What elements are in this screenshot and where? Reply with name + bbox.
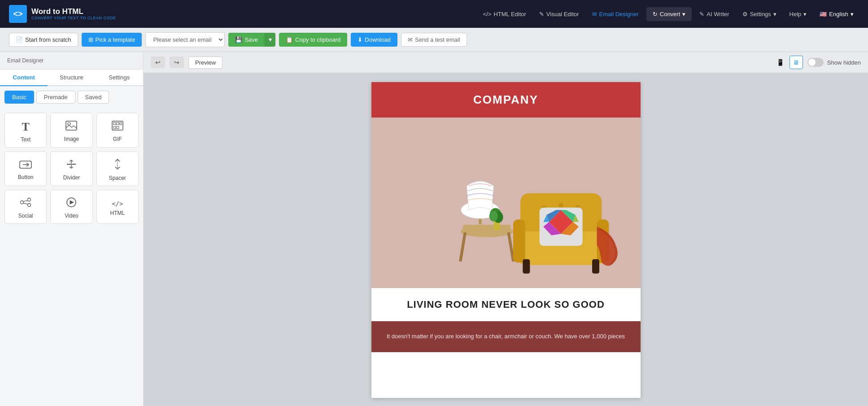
svg-point-16 <box>28 204 31 207</box>
content-item-divider[interactable]: Divider <box>50 151 92 186</box>
subtab-saved[interactable]: Saved <box>78 91 109 104</box>
email-canvas: COMPANY <box>371 82 641 398</box>
svg-rect-5 <box>120 122 122 125</box>
divider-icon <box>65 159 77 172</box>
gif-icon <box>112 121 123 133</box>
svg-rect-3 <box>113 122 116 125</box>
logo-text: Word to HTML CONVERT YOUR TEXT TO CLEAN … <box>31 8 116 21</box>
chevron-down-icon: ▾ <box>682 11 685 17</box>
email-image-section <box>371 118 641 288</box>
content-sub-tabs: Basic Premade Saved <box>0 86 143 108</box>
show-hidden-toggle: Show hidden <box>807 58 861 67</box>
save-button[interactable]: 💾 Save <box>228 33 265 47</box>
download-button[interactable]: ⬇ Download <box>351 33 397 47</box>
top-navigation: <> Word to HTML CONVERT YOUR TEXT TO CLE… <box>0 0 868 28</box>
template-icon: ⊞ <box>88 36 93 43</box>
toggle-switch[interactable] <box>807 58 824 67</box>
save-dropdown-button[interactable]: ▾ <box>265 33 275 47</box>
preview-button[interactable]: Preview <box>188 57 222 69</box>
content-item-gif[interactable]: GIF <box>96 113 139 148</box>
email-select[interactable]: Please select an email <box>145 32 225 47</box>
send-test-email-button[interactable]: ✉ Send a test email <box>401 33 467 47</box>
nav-settings[interactable]: ⚙ Settings ▾ <box>737 7 782 21</box>
logo[interactable]: <> Word to HTML CONVERT YOUR TEXT TO CLE… <box>9 5 116 23</box>
svg-rect-36 <box>523 259 530 274</box>
nav-html-editor[interactable]: </> HTML Editor <box>478 7 532 21</box>
tab-content[interactable]: Content <box>0 70 48 86</box>
nav-language[interactable]: 🇺🇸 English ▾ <box>814 7 859 21</box>
save-group: 💾 Save ▾ <box>228 33 275 47</box>
nav-ai-writer[interactable]: ✎ AI Writer <box>694 7 734 21</box>
canvas-toolbar: ↩ ↪ Preview 📱 🖥 Show hidden <box>144 52 868 73</box>
nav-visual-editor[interactable]: ✎ Visual Editor <box>534 7 584 21</box>
subtab-basic[interactable]: Basic <box>4 91 34 104</box>
nav-email-designer[interactable]: ✉ Email Designer <box>587 7 644 21</box>
file-icon: 📄 <box>16 36 23 43</box>
gear-icon: ⚙ <box>742 11 748 17</box>
save-icon: 💾 <box>235 36 242 43</box>
spacer-icon <box>112 159 123 172</box>
canvas-area: ↩ ↪ Preview 📱 🖥 Show hidden COMPANY <box>144 52 868 406</box>
content-item-text[interactable]: T Text <box>4 113 47 148</box>
nav-links: </> HTML Editor ✎ Visual Editor ✉ Email … <box>478 7 859 21</box>
content-item-social[interactable]: Social <box>4 190 47 224</box>
logo-icon: <> <box>9 5 27 23</box>
tab-settings[interactable]: Settings <box>96 70 143 86</box>
chevron-down-icon-lang: ▾ <box>851 11 854 17</box>
svg-point-1 <box>68 122 70 125</box>
email-icon: ✉ <box>592 11 597 17</box>
email-tagline-text: LIVING ROOM NEVER LOOK SO GOOD <box>382 299 630 310</box>
pick-template-button[interactable]: ⊞ Pick a template <box>82 33 142 47</box>
canvas-scroll[interactable]: COMPANY <box>144 73 868 406</box>
main-toolbar: 📄 Start from scratch ⊞ Pick a template P… <box>0 28 868 52</box>
furniture-illustration <box>385 131 627 275</box>
download-icon: ⬇ <box>358 36 362 43</box>
nav-convert[interactable]: ↻ Convert ▾ <box>646 7 692 21</box>
content-grid: T Text Image <box>0 108 143 228</box>
ai-icon: ✎ <box>699 11 704 17</box>
svg-point-39 <box>558 203 563 208</box>
tab-structure[interactable]: Structure <box>48 70 95 86</box>
svg-rect-34 <box>513 219 525 262</box>
image-icon <box>65 121 77 133</box>
html-icon: </> <box>112 200 123 207</box>
start-from-scratch-button[interactable]: 📄 Start from scratch <box>9 33 78 47</box>
chevron-down-icon-help: ▾ <box>803 11 807 17</box>
content-item-spacer[interactable]: Spacer <box>96 151 139 186</box>
svg-rect-4 <box>117 122 119 125</box>
undo-button[interactable]: ↩ <box>151 57 165 68</box>
code-icon: </> <box>483 11 492 17</box>
email-body-text: It doesn't matter if you are looking for… <box>382 332 630 341</box>
content-item-html[interactable]: </> HTML <box>96 190 139 224</box>
copy-to-clipboard-button[interactable]: 📋 Copy to clipboard <box>279 33 347 47</box>
email-body-section: It doesn't matter if you are looking for… <box>371 321 641 352</box>
content-item-image[interactable]: Image <box>50 113 92 148</box>
nav-help[interactable]: Help ▾ <box>784 7 812 21</box>
video-icon <box>65 197 77 210</box>
clipboard-icon: 📋 <box>286 36 293 43</box>
refresh-icon: ↻ <box>653 11 658 17</box>
svg-point-31 <box>489 211 497 221</box>
content-item-button[interactable]: Button <box>4 151 47 186</box>
email-company-name: COMPANY <box>382 93 630 107</box>
svg-point-15 <box>28 198 31 201</box>
flag-icon: 🇺🇸 <box>820 11 827 17</box>
svg-point-14 <box>21 201 24 204</box>
desktop-view-button[interactable]: 🖥 <box>789 56 803 69</box>
social-icon <box>20 197 31 210</box>
send-icon: ✉ <box>408 36 413 43</box>
svg-rect-6 <box>113 127 116 129</box>
sidebar-title: Email Designer <box>0 52 143 70</box>
main-layout: Email Designer Content Structure Setting… <box>0 52 868 406</box>
subtab-premade[interactable]: Premade <box>36 91 75 104</box>
mobile-view-button[interactable]: 📱 <box>774 56 787 69</box>
email-header: COMPANY <box>371 82 641 118</box>
chevron-down-icon-settings: ▾ <box>773 11 776 17</box>
redo-button[interactable]: ↪ <box>170 57 184 68</box>
content-item-video[interactable]: Video <box>50 190 92 224</box>
svg-line-17 <box>23 201 28 201</box>
pencil-icon: ✎ <box>539 11 544 17</box>
svg-rect-7 <box>117 127 119 129</box>
svg-marker-20 <box>70 201 74 204</box>
text-icon: T <box>22 120 29 134</box>
